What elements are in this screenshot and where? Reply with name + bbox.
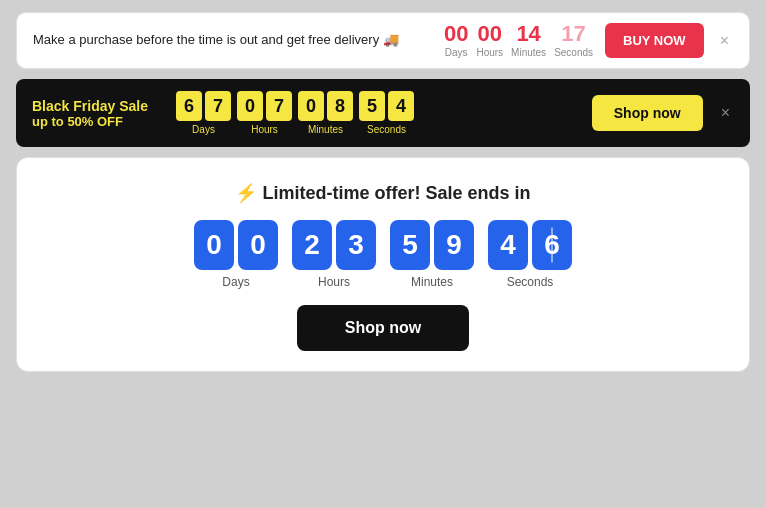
minutes-label: Minutes (511, 47, 546, 58)
minutes-value: 14 (516, 23, 540, 45)
bf-line1: Black Friday Sale (32, 98, 162, 114)
bf-seconds: 5 4 Seconds (359, 91, 414, 135)
blue-days: 0 0 Days (194, 220, 278, 289)
hours-value: 00 (478, 23, 502, 45)
blue-seconds-label: Seconds (507, 275, 554, 289)
bf-minutes-label: Minutes (308, 124, 343, 135)
blue-seconds-d2: 6 (532, 220, 572, 270)
blue-seconds-boxes: 4 6 (488, 220, 572, 270)
notification-message: Make a purchase before the time is out a… (33, 31, 432, 49)
blue-days-d1: 0 (194, 220, 234, 270)
bf-line2: up to 50% OFF (32, 114, 162, 129)
countdown-inline: 00 Days 00 Hours 14 Minutes 17 Seconds (444, 23, 593, 58)
bf-days-d1: 6 (176, 91, 202, 121)
notification-banner: Make a purchase before the time is out a… (16, 12, 750, 69)
days-label: Days (445, 47, 468, 58)
bf-minutes-d2: 8 (327, 91, 353, 121)
blue-hours-label: Hours (318, 275, 350, 289)
blue-hours-d2: 3 (336, 220, 376, 270)
bf-hours-boxes: 0 7 (237, 91, 292, 121)
bf-days-boxes: 6 7 (176, 91, 231, 121)
blue-minutes: 5 9 Minutes (390, 220, 474, 289)
bf-shop-button[interactable]: Shop now (592, 95, 703, 131)
black-friday-banner: Black Friday Sale up to 50% OFF 6 7 Days… (16, 79, 750, 147)
blue-countdown: 0 0 Days 2 3 Hours 5 9 Minutes 4 6 Secon… (194, 220, 572, 289)
blue-minutes-boxes: 5 9 (390, 220, 474, 270)
sale-card: ⚡ Limited-time offer! Sale ends in 0 0 D… (16, 157, 750, 372)
blue-days-label: Days (222, 275, 249, 289)
minutes-unit: 14 Minutes (511, 23, 546, 58)
blue-minutes-label: Minutes (411, 275, 453, 289)
days-value: 00 (444, 23, 468, 45)
offer-title: ⚡ Limited-time offer! Sale ends in (235, 182, 530, 204)
buy-now-button[interactable]: BUY NOW (605, 23, 704, 58)
close-icon[interactable]: × (716, 30, 733, 52)
bf-hours-d2: 7 (266, 91, 292, 121)
hours-unit: 00 Hours (476, 23, 503, 58)
blue-minutes-d2: 9 (434, 220, 474, 270)
bf-seconds-boxes: 5 4 (359, 91, 414, 121)
bf-minutes-boxes: 0 8 (298, 91, 353, 121)
blue-hours-d1: 2 (292, 220, 332, 270)
seconds-unit: 17 Seconds (554, 23, 593, 58)
days-unit: 00 Days (444, 23, 468, 58)
bf-days: 6 7 Days (176, 91, 231, 135)
seconds-value: 17 (561, 23, 585, 45)
blue-seconds: 4 6 Seconds (488, 220, 572, 289)
bf-days-label: Days (192, 124, 215, 135)
bf-hours-d1: 0 (237, 91, 263, 121)
blue-days-boxes: 0 0 (194, 220, 278, 270)
blue-days-d2: 0 (238, 220, 278, 270)
bf-hours: 0 7 Hours (237, 91, 292, 135)
blue-hours-boxes: 2 3 (292, 220, 376, 270)
blue-seconds-d1: 4 (488, 220, 528, 270)
bf-hours-label: Hours (251, 124, 278, 135)
hours-label: Hours (476, 47, 503, 58)
bf-minutes: 0 8 Minutes (298, 91, 353, 135)
bf-close-icon[interactable]: × (717, 102, 734, 124)
bf-minutes-d1: 0 (298, 91, 324, 121)
sale-shop-button[interactable]: Shop now (297, 305, 469, 351)
bf-seconds-d1: 5 (359, 91, 385, 121)
blue-minutes-d1: 5 (390, 220, 430, 270)
bf-countdown: 6 7 Days 0 7 Hours 0 8 Minutes 5 4 Secon… (176, 91, 578, 135)
blue-hours: 2 3 Hours (292, 220, 376, 289)
bf-seconds-d2: 4 (388, 91, 414, 121)
bf-title: Black Friday Sale up to 50% OFF (32, 98, 162, 129)
bf-days-d2: 7 (205, 91, 231, 121)
seconds-label: Seconds (554, 47, 593, 58)
bf-seconds-label: Seconds (367, 124, 406, 135)
